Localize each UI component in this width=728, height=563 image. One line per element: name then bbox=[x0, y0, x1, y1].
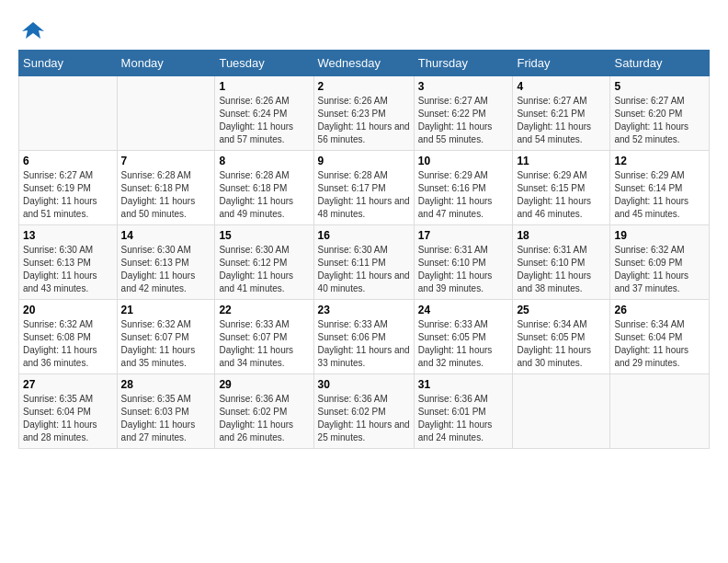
day-number: 1 bbox=[219, 80, 309, 93]
day-number: 2 bbox=[318, 80, 410, 93]
day-info: Sunrise: 6:36 AM Sunset: 6:02 PM Dayligh… bbox=[219, 393, 309, 444]
calendar-cell: 31Sunrise: 6:36 AM Sunset: 6:01 PM Dayli… bbox=[414, 374, 513, 449]
day-number: 4 bbox=[517, 80, 606, 93]
calendar-cell: 12Sunrise: 6:29 AM Sunset: 6:14 PM Dayli… bbox=[610, 151, 710, 225]
day-number: 10 bbox=[418, 155, 509, 167]
day-info: Sunrise: 6:29 AM Sunset: 6:15 PM Dayligh… bbox=[517, 169, 606, 221]
day-number: 17 bbox=[418, 229, 509, 242]
week-row-3: 13Sunrise: 6:30 AM Sunset: 6:13 PM Dayli… bbox=[19, 225, 710, 300]
day-info: Sunrise: 6:34 AM Sunset: 6:04 PM Dayligh… bbox=[614, 318, 705, 370]
calendar-table: SundayMondayTuesdayWednesdayThursdayFrid… bbox=[18, 50, 710, 449]
calendar-cell: 3Sunrise: 6:27 AM Sunset: 6:22 PM Daylig… bbox=[414, 76, 513, 151]
page-header bbox=[18, 18, 710, 40]
day-info: Sunrise: 6:30 AM Sunset: 6:12 PM Dayligh… bbox=[219, 244, 309, 295]
day-number: 28 bbox=[121, 378, 211, 391]
calendar-cell: 11Sunrise: 6:29 AM Sunset: 6:15 PM Dayli… bbox=[513, 151, 610, 225]
day-info: Sunrise: 6:34 AM Sunset: 6:05 PM Dayligh… bbox=[517, 318, 606, 370]
calendar-cell: 16Sunrise: 6:30 AM Sunset: 6:11 PM Dayli… bbox=[313, 225, 414, 300]
day-info: Sunrise: 6:32 AM Sunset: 6:07 PM Dayligh… bbox=[121, 318, 211, 370]
day-info: Sunrise: 6:29 AM Sunset: 6:14 PM Dayligh… bbox=[614, 169, 705, 221]
day-info: Sunrise: 6:27 AM Sunset: 6:20 PM Dayligh… bbox=[614, 95, 705, 146]
day-number: 20 bbox=[23, 304, 113, 316]
day-number: 12 bbox=[614, 155, 705, 167]
calendar-cell: 21Sunrise: 6:32 AM Sunset: 6:07 PM Dayli… bbox=[117, 300, 215, 374]
day-number: 14 bbox=[121, 229, 211, 242]
calendar-cell: 8Sunrise: 6:28 AM Sunset: 6:18 PM Daylig… bbox=[215, 151, 313, 225]
calendar-cell bbox=[117, 76, 215, 151]
calendar-cell: 24Sunrise: 6:33 AM Sunset: 6:05 PM Dayli… bbox=[414, 300, 513, 374]
day-number: 30 bbox=[318, 378, 410, 391]
calendar-cell: 26Sunrise: 6:34 AM Sunset: 6:04 PM Dayli… bbox=[610, 300, 710, 374]
calendar-cell: 10Sunrise: 6:29 AM Sunset: 6:16 PM Dayli… bbox=[414, 151, 513, 225]
day-number: 8 bbox=[219, 155, 309, 167]
day-info: Sunrise: 6:30 AM Sunset: 6:11 PM Dayligh… bbox=[318, 244, 410, 295]
day-info: Sunrise: 6:33 AM Sunset: 6:07 PM Dayligh… bbox=[219, 318, 309, 370]
day-info: Sunrise: 6:29 AM Sunset: 6:16 PM Dayligh… bbox=[418, 169, 509, 221]
day-number: 31 bbox=[418, 378, 509, 391]
day-number: 16 bbox=[318, 229, 410, 242]
week-row-4: 20Sunrise: 6:32 AM Sunset: 6:08 PM Dayli… bbox=[19, 300, 710, 374]
day-info: Sunrise: 6:35 AM Sunset: 6:04 PM Dayligh… bbox=[23, 393, 113, 444]
day-info: Sunrise: 6:27 AM Sunset: 6:21 PM Dayligh… bbox=[517, 95, 606, 146]
calendar-cell: 2Sunrise: 6:26 AM Sunset: 6:23 PM Daylig… bbox=[313, 76, 414, 151]
day-info: Sunrise: 6:32 AM Sunset: 6:08 PM Dayligh… bbox=[23, 318, 113, 370]
day-number: 9 bbox=[318, 155, 410, 167]
col-header-saturday: Saturday bbox=[610, 51, 710, 76]
calendar-cell: 27Sunrise: 6:35 AM Sunset: 6:04 PM Dayli… bbox=[19, 374, 118, 449]
week-row-5: 27Sunrise: 6:35 AM Sunset: 6:04 PM Dayli… bbox=[19, 374, 710, 449]
day-info: Sunrise: 6:30 AM Sunset: 6:13 PM Dayligh… bbox=[23, 244, 113, 295]
calendar-cell: 23Sunrise: 6:33 AM Sunset: 6:06 PM Dayli… bbox=[313, 300, 414, 374]
day-number: 21 bbox=[121, 304, 211, 316]
day-info: Sunrise: 6:27 AM Sunset: 6:19 PM Dayligh… bbox=[23, 169, 113, 221]
calendar-cell: 14Sunrise: 6:30 AM Sunset: 6:13 PM Dayli… bbox=[117, 225, 215, 300]
day-info: Sunrise: 6:28 AM Sunset: 6:17 PM Dayligh… bbox=[318, 169, 410, 221]
week-row-1: 1Sunrise: 6:26 AM Sunset: 6:24 PM Daylig… bbox=[19, 76, 710, 151]
calendar-cell: 18Sunrise: 6:31 AM Sunset: 6:10 PM Dayli… bbox=[513, 225, 610, 300]
calendar-header-row: SundayMondayTuesdayWednesdayThursdayFrid… bbox=[19, 51, 710, 76]
day-number: 11 bbox=[517, 155, 606, 167]
week-row-2: 6Sunrise: 6:27 AM Sunset: 6:19 PM Daylig… bbox=[19, 151, 710, 225]
day-info: Sunrise: 6:26 AM Sunset: 6:23 PM Dayligh… bbox=[318, 95, 410, 146]
calendar-cell: 9Sunrise: 6:28 AM Sunset: 6:17 PM Daylig… bbox=[313, 151, 414, 225]
calendar-cell: 7Sunrise: 6:28 AM Sunset: 6:18 PM Daylig… bbox=[117, 151, 215, 225]
calendar-cell: 15Sunrise: 6:30 AM Sunset: 6:12 PM Dayli… bbox=[215, 225, 313, 300]
calendar-cell: 5Sunrise: 6:27 AM Sunset: 6:20 PM Daylig… bbox=[610, 76, 710, 151]
calendar-cell: 4Sunrise: 6:27 AM Sunset: 6:21 PM Daylig… bbox=[513, 76, 610, 151]
day-number: 25 bbox=[517, 304, 606, 316]
day-number: 24 bbox=[418, 304, 509, 316]
col-header-thursday: Thursday bbox=[414, 51, 513, 76]
calendar-cell: 17Sunrise: 6:31 AM Sunset: 6:10 PM Dayli… bbox=[414, 225, 513, 300]
calendar-cell: 28Sunrise: 6:35 AM Sunset: 6:03 PM Dayli… bbox=[117, 374, 215, 449]
col-header-sunday: Sunday bbox=[19, 51, 118, 76]
calendar-cell: 1Sunrise: 6:26 AM Sunset: 6:24 PM Daylig… bbox=[215, 76, 313, 151]
day-number: 7 bbox=[121, 155, 211, 167]
day-number: 27 bbox=[23, 378, 113, 391]
calendar-cell: 19Sunrise: 6:32 AM Sunset: 6:09 PM Dayli… bbox=[610, 225, 710, 300]
col-header-monday: Monday bbox=[117, 51, 215, 76]
day-info: Sunrise: 6:35 AM Sunset: 6:03 PM Dayligh… bbox=[121, 393, 211, 444]
calendar-cell: 22Sunrise: 6:33 AM Sunset: 6:07 PM Dayli… bbox=[215, 300, 313, 374]
day-number: 5 bbox=[614, 80, 705, 93]
calendar-cell bbox=[513, 374, 610, 449]
col-header-friday: Friday bbox=[513, 51, 610, 76]
logo bbox=[18, 18, 46, 40]
day-info: Sunrise: 6:28 AM Sunset: 6:18 PM Dayligh… bbox=[121, 169, 211, 221]
day-info: Sunrise: 6:31 AM Sunset: 6:10 PM Dayligh… bbox=[418, 244, 509, 295]
calendar-cell: 29Sunrise: 6:36 AM Sunset: 6:02 PM Dayli… bbox=[215, 374, 313, 449]
day-number: 29 bbox=[219, 378, 309, 391]
day-info: Sunrise: 6:32 AM Sunset: 6:09 PM Dayligh… bbox=[614, 244, 705, 295]
day-info: Sunrise: 6:27 AM Sunset: 6:22 PM Dayligh… bbox=[418, 95, 509, 146]
day-info: Sunrise: 6:26 AM Sunset: 6:24 PM Dayligh… bbox=[219, 95, 309, 146]
calendar-cell bbox=[19, 76, 118, 151]
day-number: 22 bbox=[219, 304, 309, 316]
day-info: Sunrise: 6:33 AM Sunset: 6:06 PM Dayligh… bbox=[318, 318, 410, 370]
day-info: Sunrise: 6:31 AM Sunset: 6:10 PM Dayligh… bbox=[517, 244, 606, 295]
svg-marker-0 bbox=[22, 22, 44, 39]
calendar-cell: 20Sunrise: 6:32 AM Sunset: 6:08 PM Dayli… bbox=[19, 300, 118, 374]
logo-bird-icon bbox=[20, 18, 46, 44]
calendar-cell: 30Sunrise: 6:36 AM Sunset: 6:02 PM Dayli… bbox=[313, 374, 414, 449]
day-number: 3 bbox=[418, 80, 509, 93]
day-info: Sunrise: 6:36 AM Sunset: 6:01 PM Dayligh… bbox=[418, 393, 509, 444]
day-number: 15 bbox=[219, 229, 309, 242]
day-number: 23 bbox=[318, 304, 410, 316]
